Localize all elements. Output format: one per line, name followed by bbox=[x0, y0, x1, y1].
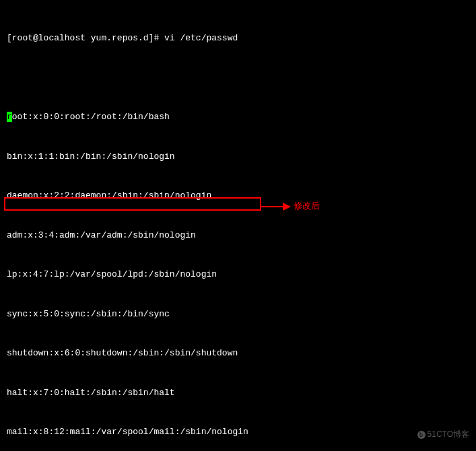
passwd-line: root:x:0:0:root:/root:/bin/bash bbox=[7, 110, 469, 124]
passwd-line: bin:x:1:1:bin:/bin:/sbin/nologin bbox=[7, 150, 469, 164]
cursor-icon: r bbox=[7, 112, 12, 122]
shell-prompt-line: [root@localhost yum.repos.d]# vi /etc/pa… bbox=[7, 32, 469, 45]
watermark-icon: b bbox=[417, 431, 426, 439]
passwd-line: lp:x:4:7:lp:/var/spool/lpd:/sbin/nologin bbox=[7, 268, 469, 281]
passwd-line: adm:x:3:4:adm:/var/adm:/sbin/nologin bbox=[7, 229, 469, 242]
watermark-text: 51CTO博客 bbox=[428, 429, 469, 439]
blank-line bbox=[7, 71, 469, 85]
passwd-line: mail:x:8:12:mail:/var/spool/mail:/sbin/n… bbox=[7, 425, 469, 439]
watermark: b51CTO博客 bbox=[417, 428, 469, 440]
passwd-line: daemon:x:2:2:daemon:/sbin:/sbin/nologin bbox=[7, 189, 469, 203]
passwd-line: halt:x:7:0:halt:/sbin:/sbin/halt bbox=[7, 386, 469, 400]
passwd-line: sync:x:5:0:sync:/sbin:/bin/sync bbox=[7, 308, 469, 321]
terminal-output[interactable]: [root@localhost yum.repos.d]# vi /etc/pa… bbox=[7, 5, 469, 451]
first-line-rest: oot:x:0:0:root:/root:/bin/bash bbox=[12, 112, 170, 122]
passwd-line: shutdown:x:6:0:shutdown:/sbin:/sbin/shut… bbox=[7, 347, 469, 360]
